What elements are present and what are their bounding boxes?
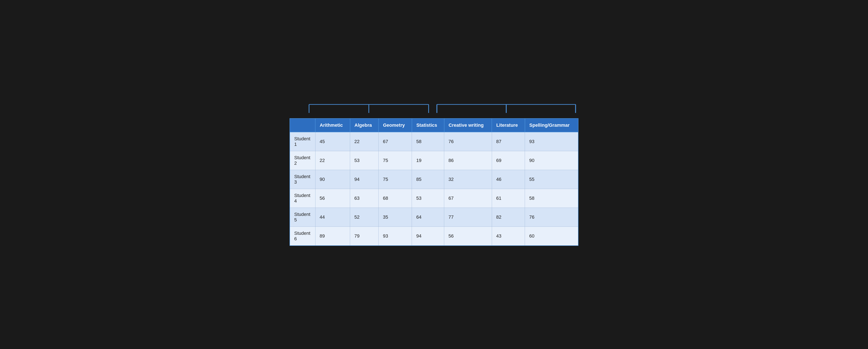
score-cell: 77 <box>444 208 492 226</box>
score-cell: 68 <box>378 189 412 208</box>
score-cell: 63 <box>350 189 378 208</box>
header-empty <box>290 119 315 132</box>
header-statistics: Statistics <box>412 119 444 132</box>
score-cell: 32 <box>444 170 492 189</box>
score-cell: 52 <box>350 208 378 226</box>
table-row: Student 145226758768793 <box>290 132 578 151</box>
score-cell: 53 <box>412 189 444 208</box>
math-bracket <box>307 101 431 114</box>
header-spelling-grammar: Spelling/Grammar <box>525 119 578 132</box>
score-cell: 60 <box>525 226 578 246</box>
student-label: Student 2 <box>290 151 315 170</box>
score-cell: 90 <box>525 151 578 170</box>
table-row: Student 689799394564360 <box>290 226 578 246</box>
score-cell: 85 <box>412 170 444 189</box>
score-cell: 86 <box>444 151 492 170</box>
student-label: Student 1 <box>290 132 315 151</box>
score-cell: 93 <box>525 132 578 151</box>
score-cell: 69 <box>492 151 525 170</box>
header-arithmetic: Arithmetic <box>315 119 350 132</box>
table-wrapper: Arithmetic Algebra Geometry Statistics C… <box>289 118 579 246</box>
score-cell: 53 <box>350 151 378 170</box>
score-cell: 67 <box>378 132 412 151</box>
english-bracket <box>434 101 579 114</box>
header-geometry: Geometry <box>378 119 412 132</box>
student-label: Student 5 <box>290 208 315 226</box>
score-cell: 43 <box>492 226 525 246</box>
score-cell: 75 <box>378 170 412 189</box>
score-cell: 19 <box>412 151 444 170</box>
student-label: Student 4 <box>290 189 315 208</box>
student-label: Student 3 <box>290 170 315 189</box>
score-cell: 35 <box>378 208 412 226</box>
score-cell: 55 <box>525 170 578 189</box>
score-cell: 75 <box>378 151 412 170</box>
score-cell: 87 <box>492 132 525 151</box>
score-cell: 56 <box>444 226 492 246</box>
score-cell: 58 <box>412 132 444 151</box>
score-cell: 45 <box>315 132 350 151</box>
header-literature: Literature <box>492 119 525 132</box>
table-header-row: Arithmetic Algebra Geometry Statistics C… <box>290 119 578 132</box>
table-row: Student 456636853676158 <box>290 189 578 208</box>
table-row: Student 222537519866990 <box>290 151 578 170</box>
score-cell: 93 <box>378 226 412 246</box>
table-row: Student 544523564778276 <box>290 208 578 226</box>
score-cell: 56 <box>315 189 350 208</box>
score-cell: 90 <box>315 170 350 189</box>
score-cell: 79 <box>350 226 378 246</box>
score-cell: 22 <box>315 151 350 170</box>
score-cell: 58 <box>525 189 578 208</box>
score-cell: 67 <box>444 189 492 208</box>
header-algebra: Algebra <box>350 119 378 132</box>
score-cell: 46 <box>492 170 525 189</box>
main-container: Arithmetic Algebra Geometry Statistics C… <box>285 91 583 259</box>
score-cell: 94 <box>412 226 444 246</box>
score-cell: 89 <box>315 226 350 246</box>
score-cell: 94 <box>350 170 378 189</box>
scores-table: Arithmetic Algebra Geometry Statistics C… <box>289 118 579 246</box>
student-label: Student 6 <box>290 226 315 246</box>
score-cell: 64 <box>412 208 444 226</box>
score-cell: 76 <box>525 208 578 226</box>
score-cell: 44 <box>315 208 350 226</box>
table-row: Student 390947585324655 <box>290 170 578 189</box>
header-creative-writing: Creative writing <box>444 119 492 132</box>
score-cell: 76 <box>444 132 492 151</box>
score-cell: 22 <box>350 132 378 151</box>
score-cell: 82 <box>492 208 525 226</box>
score-cell: 61 <box>492 189 525 208</box>
brackets-area <box>289 99 579 116</box>
